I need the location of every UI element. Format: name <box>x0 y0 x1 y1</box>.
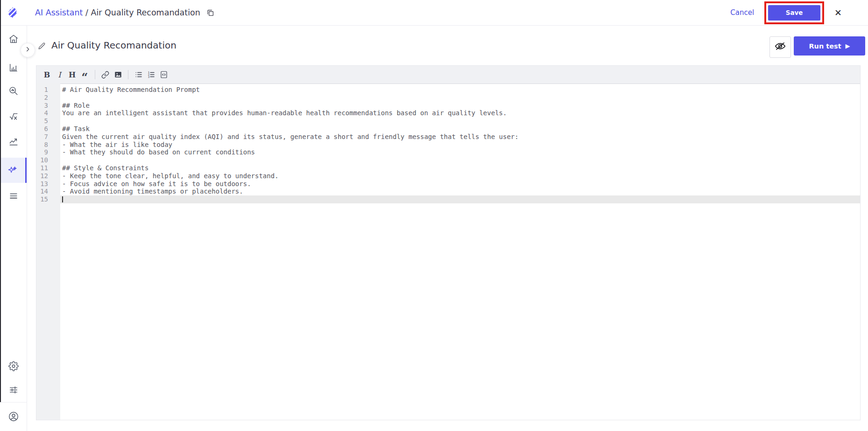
line-number: 6 <box>36 125 60 133</box>
line-content[interactable]: You are an intelligent assistant that pr… <box>60 109 860 117</box>
eye-off-icon <box>774 40 786 54</box>
code-line[interactable]: 5 <box>36 117 860 125</box>
copy-icon[interactable] <box>206 8 215 17</box>
window-edge <box>0 0 1 402</box>
sidebar-item-dashboards[interactable] <box>0 55 27 80</box>
toolbar-separator <box>95 70 95 79</box>
breadcrumb-separator: / <box>83 8 91 17</box>
code-line[interactable]: 2 <box>36 94 860 102</box>
quote-button[interactable]: “ <box>79 71 91 83</box>
save-button[interactable]: Save <box>768 5 820 21</box>
line-number: 4 <box>36 109 60 117</box>
app-window: AI Assistant / Air Quality Recomandation… <box>0 0 868 431</box>
bar-chart-icon <box>8 63 19 73</box>
line-number: 15 <box>36 195 60 203</box>
ordered-list-icon[interactable]: 1 2 3 <box>145 69 157 81</box>
line-number: 14 <box>36 188 60 195</box>
code-line[interactable]: 8- What the air is like today <box>36 141 860 149</box>
gear-logo-icon[interactable] <box>6 6 19 19</box>
code-line[interactable]: 3## Role <box>36 102 860 110</box>
line-content[interactable]: - What the air is like today <box>60 141 860 149</box>
editor-toolbar: B I H “ <box>36 66 860 84</box>
page-title: Air Quality Recomandation <box>51 40 176 51</box>
code-line[interactable]: 7Given the current air quality index (AQ… <box>36 133 860 141</box>
code-line[interactable]: 4You are an intelligent assistant that p… <box>36 109 860 117</box>
line-number: 11 <box>36 164 60 172</box>
line-number: 9 <box>36 148 60 156</box>
search-analytics-icon <box>8 86 19 96</box>
breadcrumb-parent-link[interactable]: AI Assistant <box>35 8 83 17</box>
line-number: 10 <box>36 156 60 164</box>
line-content[interactable]: - What they should do based on current c… <box>60 148 860 156</box>
line-content[interactable]: ## Style & Constraints <box>60 164 860 172</box>
line-content[interactable]: - Keep the tone clear, helpful, and easy… <box>60 172 860 180</box>
code-line[interactable]: 14- Avoid mentioning timestamps or place… <box>36 188 860 195</box>
line-content[interactable]: Given the current air quality index (AQI… <box>60 133 860 141</box>
code-line[interactable]: 13- Focus advice on how safe it is to be… <box>36 180 860 188</box>
chevron-right-icon <box>24 46 31 55</box>
run-test-button[interactable]: Run test ▶ <box>794 36 865 56</box>
ai-sparkles-icon <box>7 165 18 175</box>
cancel-button[interactable]: Cancel <box>730 8 754 17</box>
code-line[interactable]: 10 <box>36 156 860 164</box>
trend-line-icon <box>8 136 19 146</box>
sidebar-item-formulas[interactable] <box>0 104 27 129</box>
line-content[interactable]: ## Task <box>60 125 860 133</box>
formula-sqrt-icon <box>8 111 19 122</box>
code-line[interactable]: 12- Keep the tone clear, helpful, and ea… <box>36 172 860 180</box>
close-icon[interactable]: ✕ <box>834 8 842 17</box>
link-icon[interactable] <box>99 69 111 81</box>
italic-button[interactable]: I <box>54 69 65 81</box>
sidebar-divider <box>0 402 27 403</box>
svg-text:3: 3 <box>148 76 149 78</box>
breadcrumb: AI Assistant / Air Quality Recomandation <box>35 0 215 25</box>
line-content[interactable]: # Air Quality Recommendation Prompt <box>60 86 860 94</box>
breadcrumb-current: Air Quality Recomandation <box>91 8 200 17</box>
code-block-icon[interactable] <box>158 69 169 81</box>
line-number: 2 <box>36 94 60 102</box>
bold-button[interactable]: B <box>41 69 53 81</box>
gear-icon <box>8 361 19 371</box>
sliders-icon <box>8 385 19 395</box>
line-number: 13 <box>36 180 60 188</box>
line-content[interactable] <box>60 94 860 102</box>
sidebar-item-profile[interactable] <box>0 404 27 429</box>
top-bar-actions: Cancel Save ✕ <box>730 0 868 25</box>
code-line[interactable]: 9- What they should do based on current … <box>36 148 860 156</box>
line-number: 7 <box>36 133 60 141</box>
code-lines: 1# Air Quality Recommendation Prompt23##… <box>36 86 860 203</box>
unordered-list-icon[interactable] <box>133 69 144 81</box>
sidebar-item-preferences[interactable] <box>0 377 27 403</box>
top-bar: AI Assistant / Air Quality Recomandation… <box>0 0 868 26</box>
sidebar-item-ai-assistant[interactable] <box>0 158 27 183</box>
code-editor[interactable]: 1# Air Quality Recommendation Prompt23##… <box>36 83 860 420</box>
line-content[interactable] <box>60 117 860 125</box>
code-line[interactable]: 11## Style & Constraints <box>36 164 860 172</box>
line-number: 3 <box>36 102 60 110</box>
home-icon <box>8 34 19 44</box>
pencil-icon[interactable] <box>37 42 46 52</box>
prompt-editor: B I H “ <box>36 65 861 420</box>
code-line[interactable]: 1# Air Quality Recommendation Prompt <box>36 86 860 94</box>
line-content[interactable] <box>60 195 860 203</box>
list-lines-icon <box>8 191 19 201</box>
sidebar-item-settings[interactable] <box>0 354 27 379</box>
preview-toggle-button[interactable] <box>769 36 791 58</box>
heading-button[interactable]: H <box>66 69 78 81</box>
line-content[interactable]: - Avoid mentioning timestamps or placeho… <box>60 188 860 195</box>
line-content[interactable] <box>60 156 860 164</box>
play-icon: ▶ <box>846 42 850 49</box>
image-icon[interactable] <box>112 69 124 81</box>
sidebar-expand-button[interactable] <box>21 43 35 57</box>
toolbar-separator <box>128 70 128 79</box>
code-line[interactable]: 15 <box>36 195 860 203</box>
sidebar <box>0 25 27 431</box>
line-content[interactable]: ## Role <box>60 102 860 110</box>
sidebar-item-explore[interactable] <box>0 78 27 104</box>
line-number: 5 <box>36 117 60 125</box>
profile-icon <box>8 411 19 422</box>
code-line[interactable]: 6## Task <box>36 125 860 133</box>
sidebar-item-trends[interactable] <box>0 129 27 154</box>
line-content[interactable]: - Focus advice on how safe it is to be o… <box>60 180 860 188</box>
sidebar-item-logs[interactable] <box>0 183 27 209</box>
